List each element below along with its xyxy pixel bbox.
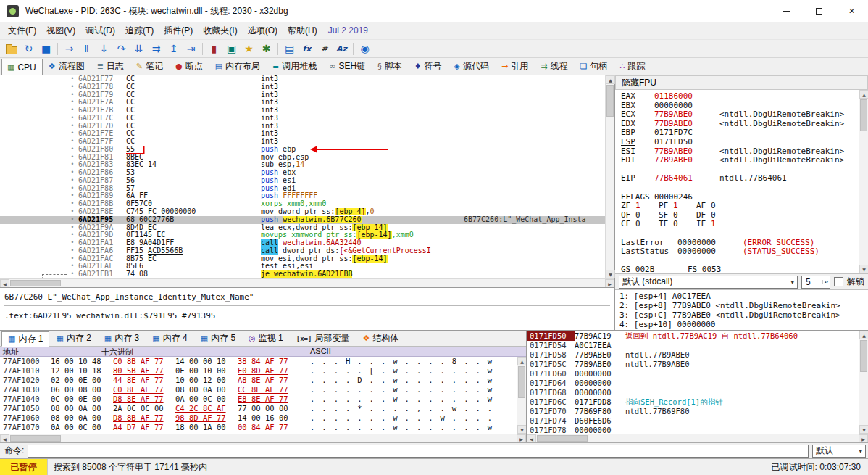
breakpoint-dot[interactable]: • <box>67 185 78 193</box>
scroll-up-icon[interactable]: ▲ <box>517 357 526 365</box>
registers-list[interactable]: EAX01186000EBX00000000ECX77B9ABE0<ntdll.… <box>615 90 859 273</box>
disasm-vscrollbar[interactable]: ▲ ▼ <box>605 75 614 278</box>
scroll-down-icon[interactable]: ▼ <box>859 265 868 273</box>
breakpoint-dot[interactable]: • <box>67 123 78 131</box>
register-row[interactable]: LastStatus00000000(STATUS_SUCCESS) <box>621 247 859 257</box>
tab-locals[interactable]: [x=]局部变量 <box>290 331 356 346</box>
scroll-down-icon[interactable]: ▼ <box>517 425 526 434</box>
stack-row[interactable]: 0171FD7077B69F80ntdll.77B69F80 <box>527 407 859 416</box>
favorites-icon[interactable]: ★ <box>241 41 257 57</box>
scroll-down-icon[interactable]: ▼ <box>859 425 868 434</box>
breakpoint-dot[interactable]: • <box>67 169 78 177</box>
argument-row[interactable]: 4: [esp+10] 00000000 <box>619 320 868 329</box>
tab-dump-5[interactable]: ▦内存 5 <box>194 331 242 346</box>
tab-dump-1[interactable]: ▦内存 1 <box>1 331 49 347</box>
menu-item[interactable]: 文件(F) <box>3 22 41 40</box>
maximize-button[interactable] <box>803 0 835 22</box>
breakpoint-dot[interactable]: • <box>67 208 78 216</box>
stack-row[interactable]: 0171FD54A0C17EEA <box>527 341 859 350</box>
tab-threads[interactable]: ⇉线程 <box>535 58 574 75</box>
breakpoint-dot[interactable]: • <box>67 263 78 270</box>
disasm-row[interactable]: •6AD21FB174 08je wechatwin.6AD21FBB <box>0 270 605 278</box>
breakpoint-dot[interactable]: • <box>67 231 78 239</box>
execute-till-return-icon[interactable]: ↥ <box>165 41 182 57</box>
dump-row[interactable]: 77AF105008 00 0A 002A 0C 0C 00C4 2C 8C A… <box>0 404 517 413</box>
tab-dump-4[interactable]: ▦内存 4 <box>146 331 193 346</box>
stack-table[interactable]: 0171FD5077B9AC19返回到 ntdll.77B9AC19 自 ntd… <box>527 331 859 434</box>
stack-row[interactable]: 0171FD74D60FE6D6 <box>527 416 859 426</box>
stack-row[interactable]: 0171FD5877B9ABE0ntdll.77B9ABE0 <box>527 350 859 360</box>
argument-row[interactable]: 3: [esp+C] 77B9ABE0 <ntdll.DbgUiRemoteBr… <box>619 310 868 320</box>
hash-icon[interactable]: # <box>316 41 333 57</box>
tab-script[interactable]: §脚本 <box>372 58 409 75</box>
patch-icon[interactable]: ▮ <box>206 41 222 57</box>
dump-row[interactable]: 77AF101012 00 10 1880 5B AF 770E 00 10 0… <box>0 366 517 376</box>
scroll-track[interactable] <box>517 399 526 425</box>
trace-over-icon[interactable]: ⇉ <box>148 41 164 57</box>
tab-references[interactable]: →引用 <box>496 58 535 75</box>
tab-cpu[interactable]: ▦CPU <box>1 59 43 75</box>
step-over-icon[interactable]: ↷ <box>113 41 130 57</box>
breakpoint-dot[interactable]: • <box>67 83 78 91</box>
scroll-thumb[interactable] <box>10 280 61 286</box>
breakpoint-dot[interactable]: • <box>67 200 78 208</box>
hide-fpu-button[interactable]: 隐藏FPU <box>615 75 868 90</box>
breakpoint-dot[interactable]: • <box>67 107 78 115</box>
breakpoint-dot[interactable]: • <box>67 239 78 247</box>
scroll-thumb[interactable] <box>518 366 525 398</box>
unlock-checkbox[interactable] <box>834 277 843 286</box>
scroll-up-icon[interactable]: ▲ <box>859 331 868 339</box>
stop-icon[interactable]: ■ <box>38 41 54 57</box>
disasm-row[interactable]: •6AD21F7CCCint3 <box>0 115 605 123</box>
flag-if[interactable]: IF 1 <box>696 220 734 229</box>
settings-icon[interactable]: ✱ <box>258 41 275 57</box>
flag-tf[interactable]: TF 0 <box>659 220 696 229</box>
globe-icon[interactable]: ◉ <box>356 41 373 57</box>
text-search-icon[interactable]: Az <box>333 41 350 57</box>
breakpoint-dot[interactable]: • <box>67 146 78 154</box>
menu-item[interactable]: 调试(D) <box>80 22 120 40</box>
stack-row[interactable]: 0171FD6000000000 <box>527 369 859 379</box>
spinner-arrows-icon[interactable]: ▴▾ <box>822 280 830 284</box>
flag-cf[interactable]: CF 0 <box>621 220 659 229</box>
breakpoint-dot[interactable]: • <box>67 216 78 224</box>
tab-seh[interactable]: ∞SEH链 <box>323 58 372 75</box>
tab-symbols[interactable]: ♦符号 <box>409 58 448 75</box>
dump-row[interactable]: 77AF10700A 00 0C 00A4 D7 AF 7718 00 1A 0… <box>0 423 517 432</box>
tab-watch-1[interactable]: ◎监视 1 <box>242 331 290 346</box>
stack-hscrollbar[interactable]: ◀ ▶ <box>527 434 868 442</box>
dump-row[interactable]: 77AF103006 00 08 00C0 8E AF 7708 00 0A 0… <box>0 385 517 395</box>
calling-convention-select[interactable]: 默认 (stdcall) ▾ <box>619 276 798 289</box>
memory-map-icon[interactable]: ▤ <box>281 41 298 57</box>
tab-dump-2[interactable]: ▦内存 2 <box>49 331 97 346</box>
stack-row[interactable]: 0171FD7800000000 <box>527 426 859 434</box>
dump-row[interactable]: 77AF100016 00 10 48C0 8B AF 7714 00 00 1… <box>0 357 517 366</box>
tab-dump-3[interactable]: ▦内存 3 <box>98 331 146 346</box>
restart-icon[interactable]: ↻ <box>20 41 37 57</box>
tab-trace[interactable]: ∴跟踪 <box>614 58 651 75</box>
tab-breakpoints[interactable]: ●断点 <box>170 58 209 75</box>
breakpoint-dot[interactable]: • <box>67 115 78 123</box>
menu-item[interactable]: 收藏夹(I) <box>198 22 242 40</box>
menu-item[interactable]: 插件(P) <box>159 22 198 40</box>
command-profile-select[interactable]: 默认 ▾ <box>812 445 866 458</box>
run-to-user-code-icon[interactable]: ⇥ <box>183 41 199 57</box>
pause-icon[interactable]: Ⅱ <box>78 41 95 57</box>
stack-row[interactable]: 0171FD5077B9AC19返回到 ntdll.77B9AC19 自 ntd… <box>527 331 859 341</box>
dump-hscrollbar[interactable]: ◀ ▶ <box>0 434 526 442</box>
run-icon[interactable]: → <box>61 41 78 57</box>
tab-memory-map[interactable]: ▤内存布局 <box>209 58 267 75</box>
breakpoint-dot[interactable]: • <box>67 247 78 255</box>
menu-item[interactable]: 视图(V) <box>41 22 80 40</box>
scroll-up-icon[interactable]: ▲ <box>606 75 615 84</box>
breakpoint-dot[interactable]: • <box>67 255 78 263</box>
disasm-hscrollbar[interactable]: ◀ ▶ <box>0 278 614 287</box>
scroll-track[interactable] <box>62 279 605 287</box>
breakpoint-dot[interactable]: • <box>67 130 78 138</box>
dump-row[interactable]: 77AF10400C 00 0E 00D8 8E AF 770A 00 0C 0… <box>0 395 517 404</box>
menu-item[interactable]: 追踪(T) <box>120 22 159 40</box>
stack-row[interactable]: 0171FD6800000000 <box>527 388 859 397</box>
dump-table[interactable]: 77AF100016 00 10 48C0 8B AF 7714 00 00 1… <box>0 357 517 434</box>
menu-item[interactable]: 帮助(H) <box>283 22 322 40</box>
tab-handles[interactable]: ❏句柄 <box>574 58 614 75</box>
